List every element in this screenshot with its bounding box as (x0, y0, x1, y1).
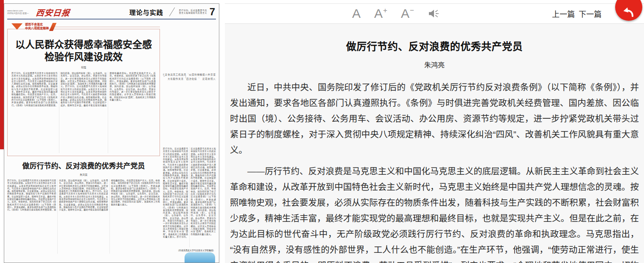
speaker-icon[interactable] (428, 8, 440, 19)
font-size-decrease-button[interactable]: A− (401, 7, 414, 20)
article-paragraph: ——厉行节约、反对浪费是马克思主义和中国化马克思主义的底层逻辑。从新民主主义革命… (230, 163, 639, 263)
article-body: 近日，中共中央、国务院印发了修订后的《党政机关厉行节约反对浪费条例》（以下简称《… (225, 79, 644, 263)
font-size-tools: A A+ A− (352, 4, 440, 23)
banner-triangle-icon (11, 23, 22, 30)
masthead-staff-info: 厉行节约、反对浪费是马克思主义和中国化马克思主义的底层逻辑。从新民主主义革命到社… (179, 9, 207, 15)
newspaper-masthead: www.xiancn.com 2025年4月21日 星期一 西安日报 理论与实践… (7, 6, 216, 18)
reader-toolbar: A A+ A− 上一篇 下一篇 (225, 3, 644, 24)
back-arrow-icon (622, 6, 636, 18)
newspaper-logo: 西安日报 (36, 6, 71, 18)
back-button[interactable] (615, 0, 642, 21)
article-content: 做厉行节约、反对浪费的优秀共产党员 朱鸿亮 近日，中共中央、国务院印发了修订后的… (225, 24, 644, 263)
font-size-default-button[interactable]: A (352, 7, 361, 20)
bottom-image-placeholder (185, 252, 215, 263)
article2-author: 朱鸿亮 (7, 173, 160, 176)
article-nav: 上一篇 下一篇 (552, 4, 602, 23)
page-edge-red-strip (0, 0, 4, 149)
banner-slogan-text: 锲而不舍落实 中央八项规定精神 (22, 22, 51, 30)
masthead-date: 2025年4月21日 星期一 (7, 12, 34, 15)
section-title: 理论与实践 (129, 8, 163, 17)
article-paragraph: 近日，中共中央、国务院印发了修订后的《党政机关厉行节约反对浪费条例》（以下简称《… (230, 79, 639, 158)
next-article-link[interactable]: 下一篇 (579, 8, 602, 19)
page-number: 7 (210, 6, 216, 18)
article2-headline[interactable]: 做厉行节约、反对浪费的优秀共产党员 (7, 162, 160, 171)
masthead-site-info: www.xiancn.com 2025年4月21日 星期一 (7, 9, 34, 15)
font-size-increase-button[interactable]: A+ (374, 7, 387, 20)
article1-author: 何强 (11, 65, 156, 69)
article-author: 朱鸿亮 (225, 59, 644, 70)
article-reader-panel: A A+ A− 上一篇 下一篇 (225, 0, 644, 263)
article1-headline[interactable]: 以人民群众获得感幸福感安全感 检验作风建设成效 (11, 39, 156, 63)
newspaper-page-thumbnail[interactable]: www.xiancn.com 2025年4月21日 星期一 西安日报 理论与实践… (4, 3, 219, 263)
article1-block[interactable]: 以人民群众获得感幸福感安全感 检验作风建设成效 何强 厉行节约、反对浪费是马克思… (7, 29, 160, 156)
article1-body-columns: 厉行节约、反对浪费是马克思主义和中国化马克思主义的底层逻辑。从新民主主义革命到社… (11, 72, 156, 153)
article-title: 做厉行节约、反对浪费的优秀共产党员 (225, 38, 644, 53)
article3-author-placeholder: 厉行节约、反对浪费是马克思主义和中国化马克思主义的底层逻辑。从新民主主义革命到社… (163, 73, 216, 80)
section-slash-divider (169, 8, 175, 17)
slogan-banner: 锲而不舍落实 中央八项规定精神 (11, 22, 160, 34)
article3-footnote: （作者系西北大学马克思主义学院教授） (163, 249, 215, 252)
previous-article-link[interactable]: 上一篇 (552, 8, 575, 19)
article3-body-columns: 厉行节约、反对浪费是马克思主义和中国化马克思主义的底层逻辑。从新民主主义革命到社… (163, 147, 216, 247)
article2-body-columns: 厉行节约、反对浪费是马克思主义和中国化马克思主义的底层逻辑。从新民主主义革命到社… (7, 179, 160, 254)
banner-rule-line (55, 27, 160, 27)
masthead-rule (7, 19, 216, 20)
